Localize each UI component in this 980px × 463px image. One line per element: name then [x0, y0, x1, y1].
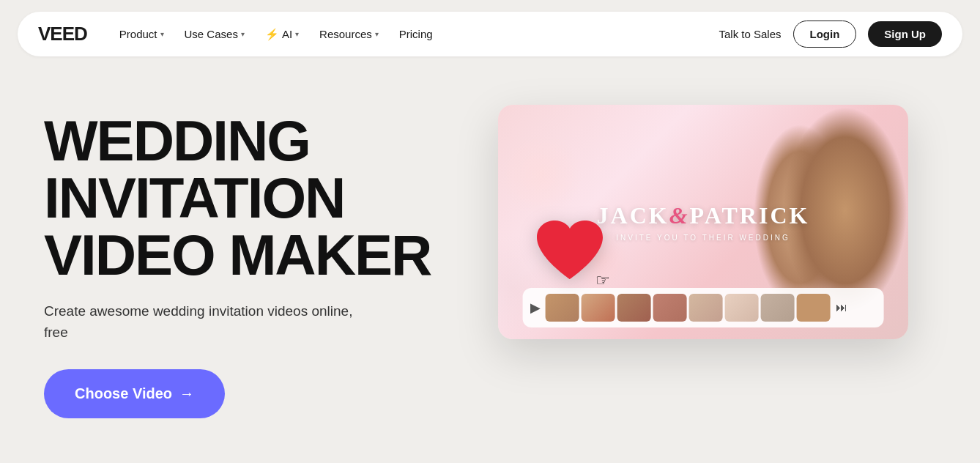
- nav-links: Product ▾ Use Cases ▾ ⚡ AI ▾ Resources ▾…: [111, 22, 442, 47]
- play-icon[interactable]: ▶: [530, 300, 541, 316]
- hero-headline: WEDDING INVITATION VIDEO MAKER: [44, 112, 454, 284]
- choose-video-button[interactable]: Choose Video →: [44, 369, 225, 418]
- navbar: VEED Product ▾ Use Cases ▾ ⚡ AI ▾ Resour…: [18, 12, 962, 56]
- nav-resources[interactable]: Resources ▾: [311, 22, 387, 46]
- timeline-thumbnail-6: [725, 294, 759, 322]
- timeline-thumbnail-3: [617, 294, 651, 322]
- timeline-thumbnail-8: [797, 294, 831, 322]
- video-preview: JACK&PATRICK INVITE YOU TO THEIR WEDDING…: [498, 97, 936, 339]
- timeline-thumbnail-2: [582, 294, 615, 322]
- timeline-thumbnail-7: [761, 294, 795, 322]
- talk-to-sales-link[interactable]: Talk to Sales: [719, 28, 781, 40]
- nav-use-cases-label: Use Cases: [185, 28, 238, 40]
- nav-left: VEED Product ▾ Use Cases ▾ ⚡ AI ▾ Resour…: [38, 22, 442, 47]
- couple-name: JACK&PATRICK: [597, 202, 810, 229]
- ampersand: &: [669, 202, 690, 229]
- hero-text: WEDDING INVITATION VIDEO MAKER Create aw…: [44, 97, 454, 418]
- second-name: PATRICK: [690, 202, 810, 229]
- nav-product-chevron: ▾: [160, 30, 164, 38]
- nav-right: Talk to Sales Login Sign Up: [719, 21, 942, 48]
- nav-resources-chevron: ▾: [375, 30, 379, 38]
- timeline-bar: ▶ ⏭: [523, 288, 884, 327]
- nav-use-cases[interactable]: Use Cases ▾: [176, 22, 253, 46]
- lightning-icon: ⚡: [265, 28, 279, 41]
- wedding-text-overlay: JACK&PATRICK INVITE YOU TO THEIR WEDDING: [597, 202, 810, 242]
- main-content: WEDDING INVITATION VIDEO MAKER Create aw…: [0, 68, 980, 418]
- hero-subtext: Create awesome wedding invitation videos…: [44, 301, 454, 343]
- nav-ai[interactable]: ⚡ AI ▾: [256, 22, 308, 47]
- nav-product[interactable]: Product ▾: [111, 22, 173, 46]
- choose-video-label: Choose Video: [75, 385, 172, 402]
- timeline-thumbnail-1: [546, 294, 579, 322]
- nav-pricing-label: Pricing: [399, 28, 433, 40]
- hero-headline-line1: WEDDING INVITATION: [44, 108, 344, 230]
- nav-pricing[interactable]: Pricing: [390, 22, 442, 46]
- cursor-hand-icon: ☞: [595, 271, 610, 290]
- arrow-right-icon: →: [179, 385, 194, 402]
- wedding-subtitle: INVITE YOU TO THEIR WEDDING: [597, 234, 810, 242]
- signup-button[interactable]: Sign Up: [868, 21, 942, 47]
- heart-sticker: ☞: [533, 217, 606, 286]
- hero-headline-line2: VIDEO MAKER: [44, 223, 431, 287]
- nav-ai-label: AI: [282, 28, 292, 40]
- nav-product-label: Product: [119, 28, 157, 40]
- timeline-thumbnail-5: [689, 294, 723, 322]
- timeline-thumbnail-4: [653, 294, 687, 322]
- login-button[interactable]: Login: [793, 21, 857, 48]
- first-name: JACK: [597, 202, 669, 229]
- video-card: JACK&PATRICK INVITE YOU TO THEIR WEDDING…: [498, 105, 908, 339]
- nav-use-cases-chevron: ▾: [241, 30, 245, 38]
- timeline-end-icon: ⏭: [836, 301, 847, 314]
- nav-ai-chevron: ▾: [295, 30, 299, 38]
- nav-resources-label: Resources: [319, 28, 372, 40]
- logo[interactable]: VEED: [38, 23, 87, 45]
